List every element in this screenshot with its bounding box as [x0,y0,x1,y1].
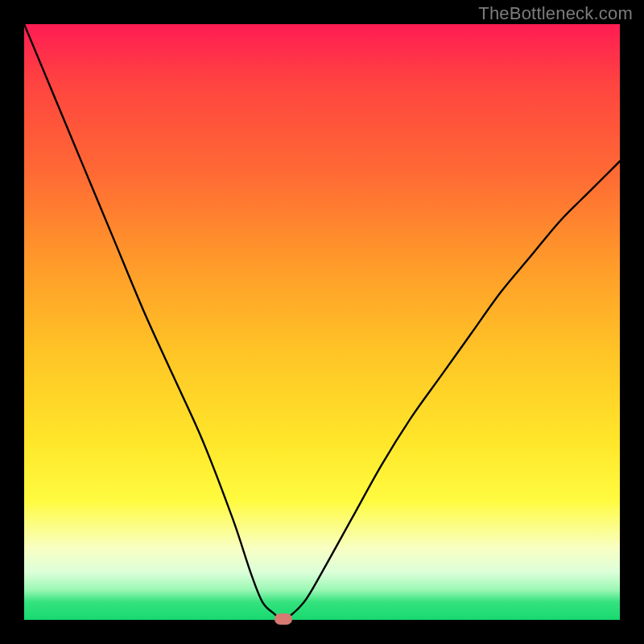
chart-frame: TheBottleneck.com [0,0,644,644]
bottleneck-curve [24,24,620,620]
watermark-text: TheBottleneck.com [478,3,633,24]
plot-area [24,24,620,620]
optimum-marker [275,613,292,625]
